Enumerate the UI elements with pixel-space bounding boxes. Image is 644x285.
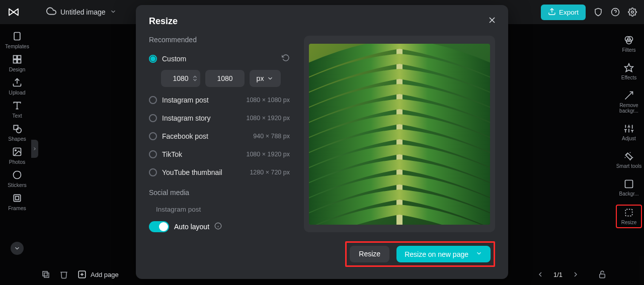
cloud-icon[interactable] [46,6,56,18]
sidebar-item-design[interactable]: Design [9,54,26,72]
templates-label: Templates [5,43,29,49]
sidebar-more-button[interactable] [11,242,24,255]
help-icon[interactable] [611,8,620,17]
unit-value: px [257,74,264,82]
stickers-label: Stickers [8,182,26,188]
svg-point-13 [16,128,21,133]
shield-icon[interactable] [594,8,603,17]
unit-select[interactable]: px [250,70,281,87]
preset-label: TikTok [162,150,182,158]
svg-rect-38 [600,274,605,278]
sidebar-item-upload[interactable]: Upload [9,77,25,96]
preset-size: 1280 × 720 px [250,169,290,176]
info-icon[interactable] [214,222,222,232]
preset-size: 1080 × 1920 px [246,115,290,122]
social-item-instagram-post[interactable]: Instagram post [149,203,290,216]
radio-icon [149,114,157,122]
resize-new-page-button[interactable]: Resize on new page [396,246,491,262]
app-logo[interactable] [7,6,20,19]
height-value: 1080 [217,74,232,82]
upload-icon [548,8,556,17]
filters-label: Filters [622,47,635,53]
resize-new-label: Resize on new page [405,250,468,258]
preset-youtube-thumbnail[interactable]: YouTube thumbnail 1280 × 720 px [149,163,290,181]
sidebar-collapse-toggle[interactable] [31,140,38,158]
panel-adjust[interactable]: Adjust [616,122,642,143]
sidebar-item-templates[interactable]: Templates [5,31,29,49]
preset-label: YouTube thumbnail [162,168,222,176]
preset-size: 1080 × 1080 px [246,97,290,104]
svg-rect-4 [14,33,20,40]
sidebar-item-frames[interactable]: Frames [8,193,26,211]
document-title-text: Untitled image [60,8,106,16]
page-prev-button[interactable] [536,270,544,278]
custom-label: Custom [162,55,186,63]
panel-effects[interactable]: Effects [616,61,642,82]
svg-rect-17 [16,197,19,200]
adjust-label: Adjust [622,136,636,141]
preset-instagram-post[interactable]: Instagram post 1080 × 1080 px [149,91,290,109]
radio-icon [149,132,157,140]
auto-layout-toggle[interactable] [149,221,169,232]
modal-title: Resize [149,16,495,27]
page-indicator: 1/1 [553,271,562,278]
close-button[interactable] [487,15,497,27]
sidebar-item-text[interactable]: Text [12,101,22,119]
preset-facebook-post[interactable]: Facebook post 940 × 788 px [149,127,290,145]
sidebar-item-stickers[interactable]: Stickers [8,170,26,188]
preview-pane [304,36,495,232]
export-label: Export [559,9,579,16]
preset-label: Instagram story [162,114,210,122]
svg-point-3 [631,11,634,14]
svg-rect-31 [625,180,633,188]
page-next-button[interactable] [572,270,580,278]
stepper-icon[interactable] [193,75,197,81]
document-title[interactable]: Untitled image [60,8,117,17]
svg-point-15 [15,150,16,151]
radio-icon [149,168,157,176]
backgr-label: Backgr... [619,191,639,197]
width-input[interactable]: 1080 [161,70,200,87]
chevron-down-icon [110,8,117,17]
recommended-heading: Recommended [149,36,290,44]
sidebar-item-photos[interactable]: Photos [9,147,26,165]
preset-custom[interactable]: Custom [149,50,290,68]
panel-filters[interactable]: Filters [616,33,642,55]
panel-remove-bg[interactable]: Remove backgr... [616,88,642,116]
add-page-button[interactable]: Add page [77,270,119,279]
lock-icon[interactable] [598,270,607,279]
trash-icon[interactable] [59,270,68,279]
export-button[interactable]: Export [541,5,586,20]
photos-label: Photos [9,159,26,165]
reset-icon[interactable] [282,54,290,64]
resize-btn-label: Resize [359,250,380,258]
height-input[interactable]: 1080 [205,70,245,87]
action-highlight: Resize Resize on new page [345,241,495,267]
preset-label: Instagram post [162,96,209,104]
preset-size: 1080 × 1920 px [246,151,290,158]
svg-rect-6 [18,56,21,59]
sidebar-item-shapes[interactable]: Shapes [8,124,26,142]
radio-icon [149,150,157,158]
svg-rect-5 [14,56,17,59]
preset-tiktok[interactable]: TikTok 1080 × 1920 px [149,145,290,163]
preview-image [309,44,490,225]
upload-label: Upload [9,89,25,96]
svg-rect-34 [44,273,49,277]
effects-label: Effects [621,75,636,80]
panel-smart-tools[interactable]: Smart tools [616,149,642,171]
layers-icon[interactable] [41,270,50,279]
social-heading: Social media [149,188,290,197]
svg-rect-8 [18,60,21,63]
smart-label: Smart tools [616,163,642,169]
svg-rect-7 [14,60,17,63]
panel-background[interactable]: Backgr... [616,177,642,199]
svg-rect-33 [43,271,47,276]
svg-marker-21 [625,64,633,72]
resize-label: Resize [621,220,637,225]
preset-instagram-story[interactable]: Instagram story 1080 × 1920 px [149,109,290,127]
resize-button[interactable]: Resize [350,246,389,262]
chevron-down-icon [475,250,482,258]
panel-resize[interactable]: Resize [616,205,642,228]
gear-icon[interactable] [628,8,637,17]
